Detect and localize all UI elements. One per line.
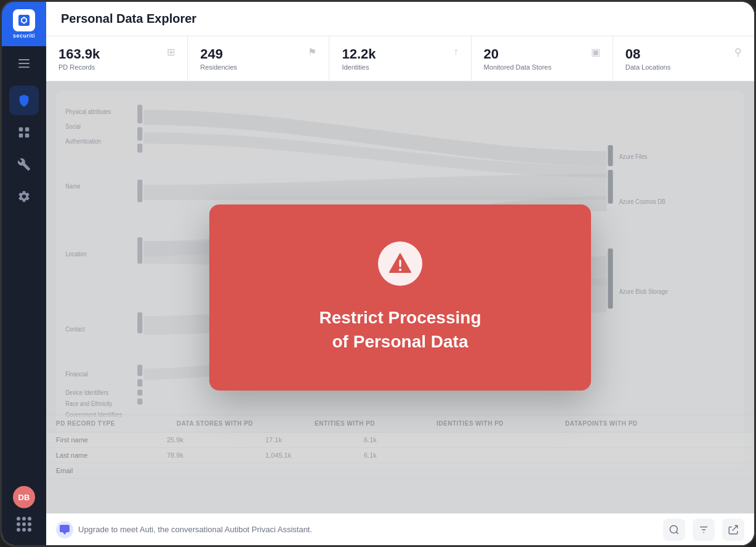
- sidebar: securiti: [2, 2, 46, 545]
- sliders-icon: [698, 524, 709, 535]
- flag-icon: ⚑: [308, 46, 316, 58]
- stat-identities[interactable]: 12.2k Identities ↑: [329, 36, 471, 81]
- share-button[interactable]: [722, 519, 744, 541]
- svg-rect-4: [19, 134, 23, 137]
- bottom-actions: [663, 519, 744, 541]
- grid-icon: [17, 517, 31, 532]
- dashboard-icon: [17, 126, 31, 139]
- stat-label-data-stores: Monitored Data Stores: [484, 63, 552, 71]
- search-button[interactable]: [663, 519, 685, 541]
- content-area: Physical attributes Social Authenticatio…: [46, 81, 754, 513]
- hamburger-icon: [18, 59, 30, 68]
- modal-card: Restrict Processingof Personal Data: [209, 205, 591, 391]
- sidebar-nav: [2, 86, 46, 486]
- page-header: Personal Data Explorer: [46, 2, 754, 36]
- sidebar-item-tools[interactable]: [9, 150, 39, 179]
- sidebar-item-privacy[interactable]: [9, 86, 39, 115]
- alert-triangle-icon: [388, 251, 412, 276]
- logo-icon: [13, 9, 35, 31]
- main-content: Personal Data Explorer 163.9k PD Records…: [46, 2, 754, 545]
- stat-label-identities: Identities: [342, 63, 376, 71]
- bottom-bar: Upgrade to meet Auti, the conversational…: [46, 513, 754, 545]
- svg-point-1: [22, 18, 26, 22]
- shield-icon: [17, 94, 31, 107]
- stat-data-stores[interactable]: 20 Monitored Data Stores ▣: [472, 36, 613, 81]
- menu-toggle-button[interactable]: [2, 51, 46, 76]
- modal-warning-icon: [378, 241, 422, 286]
- avatar[interactable]: DB: [13, 486, 35, 508]
- chat-hint-text: Upgrade to meet Auti, the conversational…: [78, 525, 312, 534]
- app-name: securiti: [13, 33, 35, 39]
- search-icon: [669, 524, 680, 535]
- page-title: Personal Data Explorer: [61, 12, 739, 26]
- filter-button[interactable]: [693, 519, 715, 541]
- stat-data-locations[interactable]: 08 Data Locations ⚲: [613, 36, 754, 81]
- app-logo[interactable]: securiti: [2, 2, 46, 46]
- stat-value-identities: 12.2k: [342, 46, 376, 62]
- modal-overlay: Restrict Processingof Personal Data: [46, 81, 754, 513]
- stat-label-pd-records: PD Records: [58, 63, 100, 71]
- person-icon: ↑: [454, 46, 459, 57]
- gear-icon: [17, 190, 31, 203]
- sidebar-bottom: DB: [13, 486, 35, 545]
- stat-label-residencies: Residencies: [200, 63, 237, 71]
- sidebar-item-dashboard[interactable]: [9, 118, 39, 147]
- wrench-icon: [17, 158, 31, 171]
- stat-value-residencies: 249: [200, 46, 237, 62]
- stat-value-data-locations: 08: [625, 46, 670, 62]
- svg-rect-2: [19, 128, 23, 131]
- svg-point-33: [670, 525, 677, 533]
- svg-point-32: [399, 269, 401, 271]
- filter-icon: ⊞: [167, 46, 175, 58]
- speech-bubble-icon: [60, 525, 70, 535]
- stats-bar: 163.9k PD Records ⊞ 249 Residencies ⚑ 12…: [46, 36, 754, 81]
- stat-residencies[interactable]: 249 Residencies ⚑: [188, 36, 329, 81]
- sidebar-item-settings[interactable]: [9, 182, 39, 211]
- dot-grid-button[interactable]: [13, 513, 35, 535]
- stat-value-pd-records: 163.9k: [58, 46, 100, 62]
- stat-value-data-stores: 20: [484, 46, 552, 62]
- modal-title: Restrict Processingof Personal Data: [320, 306, 481, 354]
- pin-icon: ⚲: [734, 46, 742, 58]
- stat-label-data-locations: Data Locations: [625, 63, 670, 71]
- svg-rect-5: [25, 134, 29, 137]
- chat-hint: Upgrade to meet Auti, the conversational…: [56, 521, 312, 538]
- svg-rect-3: [25, 128, 29, 131]
- stat-pd-records[interactable]: 163.9k PD Records ⊞: [46, 36, 188, 81]
- share-icon: [728, 524, 739, 535]
- chat-bubble-icon: [56, 521, 73, 538]
- database-icon: ▣: [591, 46, 600, 58]
